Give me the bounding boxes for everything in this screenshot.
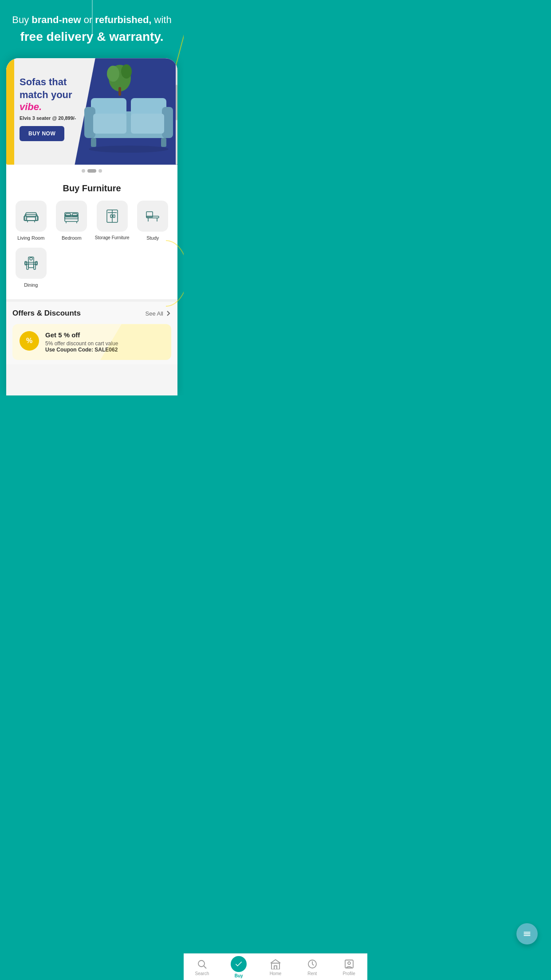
buy-furniture-section: Buy Furniture Living Room: [6, 176, 177, 299]
svg-rect-22: [65, 213, 78, 216]
svg-rect-43: [35, 261, 37, 265]
svg-rect-17: [27, 217, 35, 221]
svg-rect-23: [66, 213, 71, 216]
plant-illustration: [106, 63, 133, 98]
svg-rect-42: [25, 261, 27, 265]
study-icon-box: [137, 201, 168, 232]
svg-point-11: [107, 66, 119, 82]
phone-container: Sofas that match your vibe. Elvis 3 seat…: [6, 58, 177, 395]
buy-now-button[interactable]: BUY NOW: [20, 126, 64, 141]
study-icon: [145, 208, 161, 224]
category-study[interactable]: Study: [133, 201, 173, 241]
svg-rect-24: [72, 213, 77, 216]
categories-grid: Living Room Bedroom: [6, 201, 177, 248]
living-room-label: Living Room: [17, 235, 44, 241]
dot-3: [98, 169, 102, 173]
category-dining[interactable]: Dining: [11, 248, 51, 288]
banner-content: Sofas that match your vibe. Elvis 3 seat…: [20, 76, 76, 141]
storage-icon: [104, 208, 120, 224]
bedroom-label: Bedroom: [62, 235, 82, 241]
offer-title: Get 5 % off: [45, 331, 118, 339]
svg-rect-39: [27, 264, 28, 269]
dining-icon: [23, 255, 39, 271]
offers-title: Offers & Discounts: [12, 309, 81, 318]
hero-bold2: refurbished,: [95, 14, 151, 25]
offer-card: % Get 5 % off 5% offer discount on cart …: [12, 324, 171, 360]
storage-icon-box: [97, 201, 128, 232]
yellow-bar: [6, 58, 14, 165]
hero-bold1: brand-new: [31, 14, 81, 25]
svg-rect-6: [131, 114, 164, 134]
see-all-button[interactable]: See All: [146, 310, 171, 317]
banner-price: Elvis 3 seater @ 20,899/-: [20, 115, 76, 121]
svg-rect-8: [161, 138, 166, 147]
svg-point-9: [89, 146, 169, 153]
dot-2: [87, 169, 96, 173]
furniture-section-title: Buy Furniture: [6, 183, 177, 194]
scrollbar-thumb: [176, 85, 177, 120]
banner-carousel: Sofas that match your vibe. Elvis 3 seat…: [6, 58, 177, 165]
svg-point-41: [30, 257, 32, 260]
category-bedroom[interactable]: Bedroom: [51, 201, 92, 241]
svg-rect-7: [91, 138, 96, 147]
offer-badge: %: [20, 331, 39, 351]
deco-line-top: [92, 0, 93, 36]
dining-icon-box: [16, 248, 47, 279]
offers-section: Offers & Discounts See All % Get 5 % off…: [6, 299, 177, 364]
offer-desc: 5% offer discount on cart value: [45, 340, 118, 347]
svg-rect-27: [65, 217, 78, 219]
scrollbar: [176, 58, 177, 165]
dot-1: [82, 169, 85, 173]
dining-row: Dining: [6, 248, 177, 288]
bedroom-icon-box: [56, 201, 87, 232]
offers-header: Offers & Discounts See All: [12, 309, 171, 318]
svg-rect-30: [110, 215, 112, 217]
svg-rect-5: [93, 114, 126, 134]
svg-rect-31: [113, 215, 115, 217]
svg-point-12: [121, 64, 132, 79]
storage-label: Storage Furniture: [95, 235, 130, 240]
banner-vibe: vibe.: [20, 101, 76, 113]
living-room-icon: [23, 208, 39, 224]
carousel-dots: [6, 165, 177, 176]
category-living-room[interactable]: Living Room: [11, 201, 51, 241]
banner-title: Sofas that match your: [20, 76, 76, 101]
living-room-icon-box: [16, 201, 47, 232]
study-label: Study: [146, 235, 159, 241]
offer-deco: [100, 324, 171, 360]
category-storage[interactable]: Storage Furniture: [92, 201, 133, 241]
svg-rect-13: [118, 87, 121, 96]
bedroom-icon: [63, 208, 79, 224]
dining-label: Dining: [24, 282, 38, 288]
